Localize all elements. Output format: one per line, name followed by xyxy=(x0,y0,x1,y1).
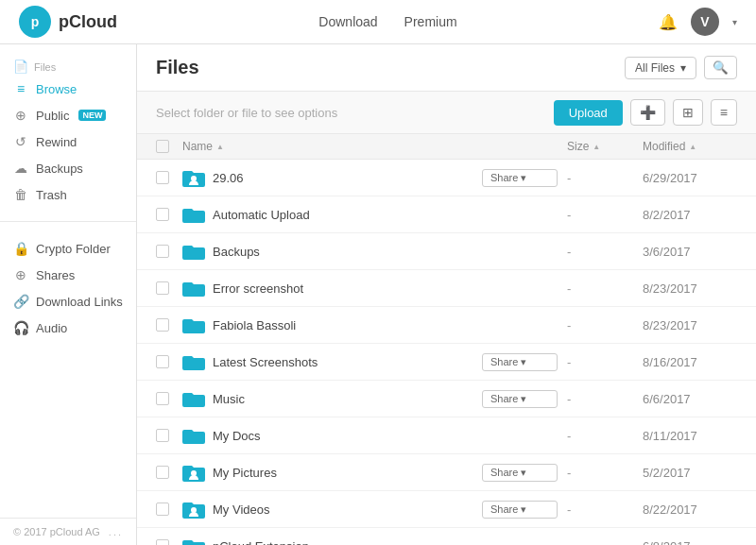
avatar-caret-icon[interactable]: ▾ xyxy=(732,17,737,27)
table-row[interactable]: Backups - 3/6/2017 xyxy=(137,233,756,270)
avatar[interactable]: V xyxy=(691,8,719,36)
share-button[interactable]: Share▾ xyxy=(482,464,558,482)
notification-bell-icon[interactable]: 🔔 xyxy=(659,13,678,31)
page-title: Files xyxy=(156,57,199,78)
sidebar-item-public[interactable]: ⊕ Public NEW xyxy=(0,102,136,128)
sidebar-item-download-links[interactable]: 🔗 Download Links xyxy=(0,288,136,315)
file-size: - xyxy=(567,171,643,185)
header-col-size[interactable]: Size ▲ xyxy=(567,140,643,153)
sidebar-item-shares[interactable]: ⊕ Shares xyxy=(0,262,136,288)
header-checkbox[interactable] xyxy=(156,140,182,153)
file-name: Backups xyxy=(213,245,482,259)
folder-icon xyxy=(182,535,205,545)
col-name-label: Name xyxy=(182,140,213,153)
file-name: Latest Screenshots xyxy=(213,355,482,369)
table-row[interactable]: My Videos Share▾ - 8/22/2017 xyxy=(137,491,756,528)
row-checkbox-area[interactable] xyxy=(156,392,182,405)
file-date: 8/11/2017 xyxy=(643,429,737,443)
table-row[interactable]: Music Share▾ - 6/6/2017 xyxy=(137,381,756,417)
sidebar-item-crypto[interactable]: 🔒 Crypto Folder xyxy=(0,235,136,262)
row-checkbox-area[interactable] xyxy=(156,502,182,516)
table-row[interactable]: My Docs - 8/11/2017 xyxy=(137,417,756,454)
add-folder-button[interactable]: ➕ xyxy=(630,99,665,126)
sidebar-files-section: 📄 Files ≡ Browse ⊕ Public NEW ↺ Rewind ☁… xyxy=(0,44,136,217)
logo-area: p pCloud xyxy=(19,6,117,38)
row-checkbox[interactable] xyxy=(156,245,169,258)
nav-download[interactable]: Download xyxy=(318,14,377,29)
row-checkbox[interactable] xyxy=(156,208,169,221)
sidebar-copyright: © 2017 pCloud AG xyxy=(13,526,100,537)
upload-button[interactable]: Upload xyxy=(554,100,623,126)
row-checkbox[interactable] xyxy=(156,171,169,184)
main-header: Files All Files ▾ 🔍 xyxy=(137,44,756,92)
row-checkbox-area[interactable] xyxy=(156,355,182,368)
sidebar-public-label: Public xyxy=(36,109,69,123)
header-col-name[interactable]: Name ▲ xyxy=(182,140,482,153)
header-col-modified[interactable]: Modified ▲ xyxy=(643,140,737,153)
table-row[interactable]: pCloud Extension - 6/8/2017 xyxy=(137,528,756,545)
row-checkbox-area[interactable] xyxy=(156,208,182,221)
row-checkbox[interactable] xyxy=(156,502,169,516)
header-nav: Download Premium xyxy=(318,14,456,29)
folder-icon xyxy=(182,203,205,226)
file-name: Automatic Upload xyxy=(213,208,482,222)
share-caret-icon: ▾ xyxy=(521,356,526,368)
row-checkbox[interactable] xyxy=(156,539,169,545)
filter-label: All Files xyxy=(635,61,675,75)
logo-icon[interactable]: p xyxy=(19,6,51,38)
select-all-checkbox[interactable] xyxy=(156,140,169,153)
table-row[interactable]: Latest Screenshots Share▾ - 8/16/2017 xyxy=(137,344,756,381)
sidebar-backups-label: Backups xyxy=(36,162,83,176)
search-icon: 🔍 xyxy=(713,60,729,75)
row-checkbox[interactable] xyxy=(156,355,169,368)
row-checkbox-area[interactable] xyxy=(156,281,182,295)
row-checkbox-area[interactable] xyxy=(156,466,182,479)
file-name: My Docs xyxy=(213,429,482,443)
nav-premium[interactable]: Premium xyxy=(404,14,457,29)
sidebar-item-browse[interactable]: ≡ Browse xyxy=(0,76,136,102)
sidebar-rewind-label: Rewind xyxy=(36,135,77,149)
row-checkbox-area[interactable] xyxy=(156,245,182,258)
sidebar-item-rewind[interactable]: ↺ Rewind xyxy=(0,128,136,155)
row-checkbox-area[interactable] xyxy=(156,429,182,442)
table-row[interactable]: Error screenshot - 8/23/2017 xyxy=(137,270,756,307)
share-label: Share xyxy=(490,393,518,404)
file-rows-container: 29.06 Share▾ - 6/29/2017 Automatic Uploa… xyxy=(137,160,756,545)
grid-view-button[interactable]: ⊞ xyxy=(673,99,703,126)
share-button[interactable]: Share▾ xyxy=(482,169,558,187)
share-button[interactable]: Share▾ xyxy=(482,501,558,519)
file-date: 8/22/2017 xyxy=(643,502,737,517)
search-area: All Files ▾ 🔍 xyxy=(625,56,737,79)
share-button[interactable]: Share▾ xyxy=(482,353,558,371)
folder-icon xyxy=(182,314,205,336)
row-checkbox[interactable] xyxy=(156,318,169,332)
table-row[interactable]: Fabiola Bassoli - 8/23/2017 xyxy=(137,307,756,344)
name-sort-icon: ▲ xyxy=(216,143,224,151)
row-checkbox-area[interactable] xyxy=(156,318,182,332)
toolbar: Select folder or file to see options Upl… xyxy=(137,92,756,134)
row-checkbox[interactable] xyxy=(156,392,169,405)
table-row[interactable]: My Pictures Share▾ - 5/2/2017 xyxy=(137,454,756,491)
filter-dropdown[interactable]: All Files ▾ xyxy=(625,57,696,79)
row-checkbox-area[interactable] xyxy=(156,171,182,184)
sidebar-more-button[interactable]: ... xyxy=(109,526,123,537)
sidebar-special-section: 🔒 Crypto Folder ⊕ Shares 🔗 Download Link… xyxy=(0,226,136,350)
file-size: - xyxy=(567,355,643,369)
modified-sort-icon: ▲ xyxy=(689,143,696,151)
row-checkbox[interactable] xyxy=(156,429,169,442)
share-label: Share xyxy=(490,467,518,478)
sidebar-files-text: Files xyxy=(34,61,56,73)
row-checkbox-area[interactable] xyxy=(156,539,182,545)
search-button[interactable]: 🔍 xyxy=(704,56,737,79)
sidebar-item-audio[interactable]: 🎧 Audio xyxy=(0,315,136,341)
sort-button[interactable]: ≡ xyxy=(711,99,737,126)
row-checkbox[interactable] xyxy=(156,281,169,295)
row-checkbox[interactable] xyxy=(156,466,169,479)
file-date: 5/2/2017 xyxy=(643,466,737,480)
sidebar-item-trash[interactable]: 🗑 Trash xyxy=(0,181,136,208)
sidebar-footer: © 2017 pCloud AG ... xyxy=(0,518,136,545)
table-row[interactable]: Automatic Upload - 8/2/2017 xyxy=(137,196,756,233)
sidebar-item-backups[interactable]: ☁ Backups xyxy=(0,155,136,181)
share-button[interactable]: Share▾ xyxy=(482,390,558,408)
table-row[interactable]: 29.06 Share▾ - 6/29/2017 xyxy=(137,160,756,196)
